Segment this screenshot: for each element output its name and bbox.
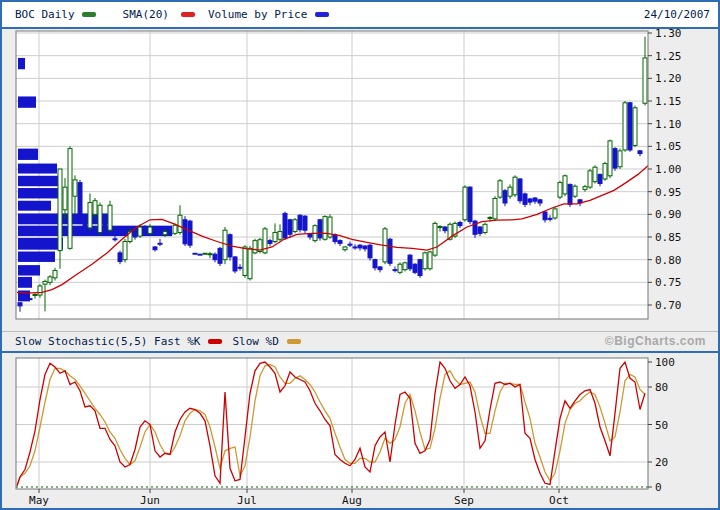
candle-body [148, 227, 152, 233]
candle-body [188, 221, 192, 245]
candle-body [643, 58, 647, 103]
candle-body [298, 215, 302, 230]
vbp-bar [18, 149, 38, 160]
candle-body [338, 241, 342, 244]
price-tick-label: 1.00 [655, 163, 682, 176]
candle-body [388, 239, 392, 263]
price-tick-label: 0.90 [655, 208, 682, 221]
candle-body [503, 191, 507, 203]
candle-body [73, 180, 77, 196]
candle-body [433, 223, 437, 255]
vbp-bar [18, 238, 63, 250]
candle-body [543, 212, 547, 220]
price-plot-bg [16, 31, 648, 319]
candle-body [78, 183, 82, 219]
candle-body [18, 303, 22, 306]
bigcharts-watermark: ©BigCharts.com [605, 334, 706, 348]
candle-body [253, 241, 257, 253]
price-tick-label: 1.20 [655, 72, 682, 85]
candle-body [273, 232, 277, 241]
vbp-bar [18, 201, 51, 211]
candle-body [603, 164, 607, 179]
vbp-label: Volume by Price [208, 8, 307, 21]
symbol-label: BOC Daily [15, 8, 75, 21]
candle-body [58, 169, 62, 251]
candle-body [88, 203, 92, 228]
candle-body [358, 245, 362, 248]
candle-body [218, 248, 222, 263]
candle-body [363, 246, 367, 249]
candle-body [498, 181, 502, 197]
price-tick-label: 0.85 [655, 231, 682, 244]
candle-body [618, 151, 622, 167]
candle-body [628, 103, 632, 150]
price-tick-label: 0.70 [655, 299, 682, 312]
candle-body [563, 176, 567, 194]
candle-body [633, 108, 637, 146]
candle-body [428, 252, 432, 269]
candle-body [553, 209, 557, 218]
candle-body [408, 255, 412, 269]
candle-body [523, 194, 527, 204]
candle-body [343, 247, 347, 250]
price-tick-label: 0.75 [655, 276, 682, 289]
stoch-tick-label: 0 [655, 481, 662, 494]
candle-body [278, 232, 282, 240]
candle-body [293, 220, 297, 232]
month-label: Jun [140, 494, 160, 507]
candle-body [463, 187, 467, 220]
candle-body [173, 225, 177, 233]
candle-body [248, 248, 252, 278]
candle-body [368, 245, 372, 258]
candle-body [243, 247, 247, 276]
candle-body [283, 213, 287, 237]
stoch-tick-label: 50 [655, 419, 668, 432]
candle-body [413, 264, 417, 272]
candle-body [593, 167, 597, 182]
vbp-bar [18, 176, 60, 186]
vbp-bar [18, 265, 40, 275]
price-legend: BOC Daily SMA(20) Volume by Price 24/10/… [2, 2, 718, 29]
stoch-band-rule [2, 331, 718, 332]
candle-body [268, 241, 272, 244]
price-tick-label: 0.95 [655, 186, 682, 199]
sma-label: SMA(20) [123, 8, 169, 21]
stoch-d-label: Slow %D [232, 335, 278, 348]
candle-body [83, 219, 87, 230]
candle-body [573, 186, 577, 196]
month-label: Sep [454, 494, 474, 507]
candle-body [38, 286, 42, 295]
candle-body [103, 219, 107, 234]
price-tick-label: 1.15 [655, 95, 682, 108]
stoch-d-swatch [287, 339, 301, 344]
candle-body [133, 232, 137, 237]
candle-body [153, 247, 157, 250]
stoch-title: Slow Stochastic(5,5) Fast %K [15, 335, 200, 348]
candle-body [123, 242, 127, 260]
candle-body [558, 183, 562, 198]
stoch-band-separator [2, 351, 718, 353]
vbp-bar [18, 188, 62, 198]
candle-body [638, 151, 642, 154]
vbp-swatch [315, 12, 329, 17]
candle-body [93, 201, 97, 215]
candle-body [98, 205, 102, 232]
candle-body [378, 267, 382, 270]
candle-body [608, 141, 612, 176]
candle-body [443, 227, 447, 231]
candle-body [118, 253, 122, 262]
candle-body [183, 220, 187, 244]
month-label: Aug [342, 494, 362, 507]
month-label: Oct [549, 494, 569, 507]
candle-body [458, 222, 462, 225]
price-tick-label: 0.80 [655, 254, 682, 267]
candle-body [583, 187, 587, 190]
stoch-tick-label: 20 [655, 456, 668, 469]
vbp-bar [18, 277, 32, 288]
candle-body [468, 187, 472, 221]
candle-body [493, 198, 497, 218]
vbp-bar [18, 58, 25, 69]
candle-body [538, 200, 542, 203]
candle-body [143, 227, 147, 233]
candle-body [163, 232, 167, 235]
